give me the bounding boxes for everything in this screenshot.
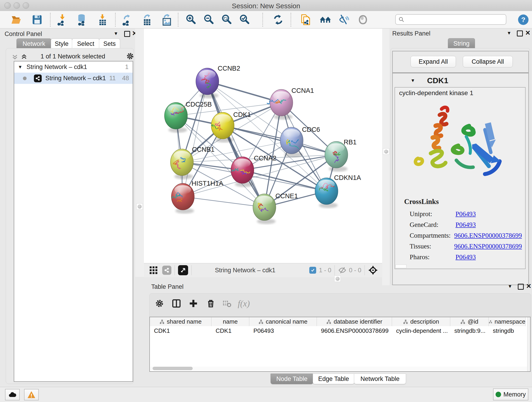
- export-image-icon[interactable]: [160, 13, 173, 26]
- zoom-out-icon[interactable]: [203, 13, 215, 26]
- close-panel-icon[interactable]: ✕: [526, 282, 531, 290]
- crosslink-value[interactable]: P06493: [456, 253, 476, 261]
- home-view-icon[interactable]: [319, 13, 332, 26]
- table-cell[interactable]: stringdb: [489, 326, 526, 335]
- import-network-icon[interactable]: [56, 13, 69, 26]
- tab-node-table[interactable]: Node Table: [271, 374, 313, 384]
- scrollbar-thumb[interactable]: [152, 367, 193, 370]
- cloud-status-button[interactable]: [5, 389, 20, 400]
- zoom-selected-icon[interactable]: [238, 13, 251, 26]
- table-gear-icon[interactable]: [153, 297, 166, 310]
- column-header-description[interactable]: description: [392, 317, 450, 326]
- maximize-panel-icon[interactable]: [517, 31, 523, 36]
- horizontal-splitter-handle[interactable]: [334, 275, 341, 282]
- tab-style[interactable]: Style: [51, 38, 72, 49]
- memory-status-dot: [496, 392, 501, 397]
- table-cell[interactable]: cyclin-dependent ...: [392, 326, 450, 335]
- table-cell[interactable]: CDK1: [150, 326, 211, 335]
- splitter-handle[interactable]: [383, 148, 389, 155]
- column-header-namespace[interactable]: namespace: [489, 317, 526, 326]
- netbar-separator: [365, 265, 365, 275]
- crosslink-value[interactable]: P06493: [456, 210, 476, 218]
- crosslink-value[interactable]: 9606.ENSP00000378699: [454, 232, 522, 239]
- protein-node-ccna1: [267, 89, 293, 116]
- close-panel-icon[interactable]: ✕: [525, 29, 530, 37]
- results-panel-title: Results Panel: [392, 30, 431, 37]
- show-columns-icon[interactable]: [170, 297, 183, 310]
- float-panel-icon[interactable]: ▼: [507, 31, 511, 36]
- table-cell[interactable]: P06493: [249, 326, 317, 335]
- zoom-fit-icon[interactable]: [220, 13, 233, 26]
- collapse-triangle-icon[interactable]: ▼: [18, 64, 22, 70]
- splitter-handle[interactable]: [136, 203, 143, 210]
- tab-string[interactable]: String: [448, 38, 475, 49]
- hide-glasses-icon[interactable]: [337, 13, 350, 26]
- column-label: canonical name: [266, 318, 307, 325]
- network-row[interactable]: String Network – cdk1 11 48: [14, 73, 133, 84]
- birdseye-view-icon[interactable]: [178, 265, 188, 275]
- warning-status-button[interactable]: [24, 389, 39, 400]
- tab-select[interactable]: Select: [72, 38, 99, 49]
- share-view-icon[interactable]: [162, 266, 171, 275]
- crosslink-value[interactable]: 9606.ENSP00000378699: [454, 242, 522, 250]
- delete-table-icon[interactable]: [220, 297, 233, 310]
- save-session-icon[interactable]: [31, 13, 44, 26]
- vertical-scrollbar[interactable]: [527, 317, 530, 371]
- column-header--id[interactable]: @id: [450, 317, 489, 326]
- search-input[interactable]: [404, 16, 501, 23]
- tab-edge-table[interactable]: Edge Table: [313, 374, 355, 384]
- table-cell[interactable]: 9606.ENSP00000378699: [317, 326, 392, 335]
- collapse-gene-icon[interactable]: ▼: [411, 78, 415, 83]
- mini-scrollbar[interactable]: [395, 264, 406, 268]
- column-label: database identifier: [334, 318, 382, 325]
- hidden-eye-icon[interactable]: [338, 266, 347, 274]
- horizontal-scrollbar[interactable]: [150, 367, 527, 370]
- float-panel-icon[interactable]: ▼: [114, 31, 118, 36]
- column-header-canonical-name[interactable]: canonical name: [249, 317, 317, 326]
- maximize-panel-icon[interactable]: [124, 31, 130, 37]
- network-list: ▼ String Network – cdk1 1 String Network…: [14, 61, 133, 382]
- table-cell[interactable]: stringdb:9...: [450, 326, 489, 335]
- memory-button[interactable]: Memory: [493, 389, 528, 400]
- network-collection-row[interactable]: ▼ String Network – cdk1 1: [14, 61, 133, 73]
- open-file-icon[interactable]: [10, 13, 23, 26]
- maximize-panel-icon[interactable]: [518, 284, 524, 290]
- collapse-all-icon[interactable]: [12, 53, 18, 60]
- network-canvas[interactable]: CCNB2CCNA1CDC25BCDK1CDC6RB1CCNB1CCNA2CDK…: [144, 29, 382, 263]
- add-column-icon[interactable]: [187, 297, 200, 310]
- string-network-icon: [34, 75, 42, 82]
- gear-icon[interactable]: [126, 52, 134, 60]
- export-network-icon[interactable]: [121, 13, 134, 26]
- column-label: description: [410, 318, 439, 325]
- show-eye-icon[interactable]: [356, 13, 369, 26]
- table-cell[interactable]: CDK1: [211, 326, 249, 335]
- tab-network-table[interactable]: Network Table: [354, 374, 406, 384]
- crosslink-value[interactable]: P06493: [456, 221, 476, 229]
- column-header-shared-name[interactable]: shared name: [150, 317, 211, 326]
- expand-all-button[interactable]: Expand All: [411, 56, 456, 67]
- column-header-name[interactable]: name: [211, 317, 249, 326]
- toolbar-search[interactable]: [395, 14, 506, 25]
- float-panel-icon[interactable]: ▼: [508, 284, 512, 289]
- gene-name: CDK1: [427, 76, 448, 85]
- collapse-all-button[interactable]: Collapse All: [463, 56, 513, 67]
- left-splitter[interactable]: [135, 29, 144, 277]
- function-builder-icon[interactable]: f(x): [237, 297, 250, 310]
- tab-network[interactable]: Network: [17, 38, 51, 49]
- network-from-clipboard-icon[interactable]: [299, 13, 312, 26]
- column-header-database-identifier[interactable]: database identifier: [317, 317, 392, 326]
- tab-sets[interactable]: Sets: [99, 38, 120, 49]
- grid-view-icon[interactable]: [149, 266, 158, 275]
- expand-all-icon[interactable]: [21, 53, 27, 60]
- zoom-in-icon[interactable]: [185, 13, 197, 26]
- help-icon[interactable]: ?: [517, 13, 530, 26]
- import-database-icon[interactable]: [76, 13, 89, 26]
- import-table-icon[interactable]: [96, 13, 109, 26]
- network-graph[interactable]: CCNB2CCNA1CDC25BCDK1CDC6RB1CCNB1CCNA2CDK…: [144, 29, 382, 263]
- refresh-icon[interactable]: [272, 13, 285, 26]
- selected-checkbox-icon[interactable]: [309, 267, 316, 274]
- crosshair-icon[interactable]: [368, 265, 378, 275]
- right-splitter[interactable]: [382, 29, 389, 285]
- export-table-icon[interactable]: [141, 13, 153, 26]
- delete-column-icon[interactable]: [204, 297, 217, 310]
